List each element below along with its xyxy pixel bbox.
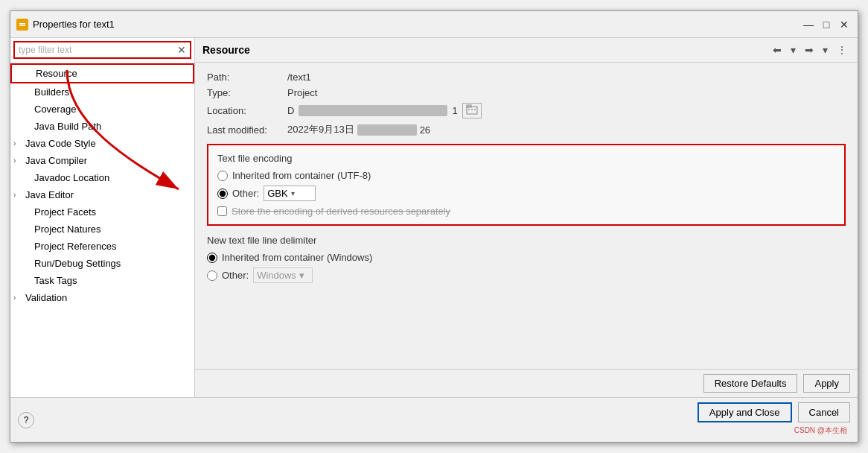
path-value: /text1 (287, 72, 311, 83)
search-bar: ✕ (13, 41, 191, 59)
dialog-bottom-bar: ? Apply and Close Cancel CSDN @本生相 (10, 397, 858, 442)
title-bar: Properties for text1 — □ ✕ (10, 11, 858, 38)
dialog-title: Properties for text1 (33, 19, 797, 30)
sidebar-item-java-editor[interactable]: › Java Editor (10, 186, 194, 203)
help-button[interactable]: ? (18, 412, 34, 428)
type-row: Type: Project (207, 87, 846, 98)
back-dropdown-button[interactable]: ▾ (788, 42, 799, 57)
maximize-button[interactable]: □ (819, 17, 834, 32)
cancel-button[interactable]: Cancel (798, 402, 850, 422)
dialog-icon (16, 19, 28, 31)
location-value-row: D 1 (287, 103, 482, 118)
svg-rect-7 (474, 109, 476, 110)
last-modified-value-row: 2022年9月13日 26 (287, 123, 430, 136)
svg-rect-2 (19, 25, 25, 26)
more-button[interactable]: ⋮ (834, 42, 850, 57)
inherited-delimiter-radio[interactable] (207, 253, 217, 263)
main-panel: Resource ⬅ ▾ ➡ ▾ ⋮ Path: /text1 Type: (195, 38, 858, 397)
sidebar-item-resource[interactable]: Resource (10, 63, 194, 83)
other-delimiter-label[interactable]: Other: (222, 270, 249, 281)
sidebar-item-javadoc-location[interactable]: Javadoc Location (10, 169, 194, 186)
location-label: Location: (207, 105, 281, 116)
sidebar-list: Resource Builders Coverage Java Build Pa… (10, 62, 194, 397)
delimiter-section-title: New text file line delimiter (207, 235, 846, 246)
other-encoding-radio[interactable] (217, 189, 228, 199)
header-actions: ⬅ ▾ ➡ ▾ ⋮ (770, 42, 850, 57)
encoding-section-title: Text file encoding (217, 153, 835, 164)
dropdown-arrow-icon: ▾ (291, 189, 295, 197)
sidebar-item-label: Java Build Path (34, 121, 101, 132)
location-prefix: D (287, 105, 294, 116)
last-modified-row: Last modified: 2022年9月13日 26 (207, 123, 846, 136)
location-suffix: 1 (452, 105, 457, 116)
sidebar-item-label: Task Tags (34, 275, 77, 286)
sidebar-item-label: Project Natures (34, 224, 101, 235)
type-label: Type: (207, 87, 281, 98)
main-header: Resource ⬅ ▾ ➡ ▾ ⋮ (195, 38, 858, 63)
main-panel-title: Resource (202, 44, 250, 56)
other-delimiter-radio[interactable] (207, 270, 217, 281)
store-encoding-label[interactable]: Store the encoding of derived resources … (232, 206, 450, 217)
delimiter-dropdown[interactable]: Windows ▾ (253, 267, 313, 283)
restore-defaults-button[interactable]: Restore Defaults (703, 374, 798, 393)
other-encoding-row: Other: GBK ▾ (217, 186, 835, 201)
forward-dropdown-button[interactable]: ▾ (820, 42, 831, 57)
back-button[interactable]: ⬅ (770, 42, 785, 57)
sidebar-item-project-natures[interactable]: Project Natures (10, 221, 194, 238)
svg-rect-1 (19, 23, 25, 25)
svg-rect-6 (471, 109, 473, 110)
sidebar-item-java-compiler[interactable]: › Java Compiler (10, 152, 194, 169)
sidebar: ✕ Resource Builders Coverage (10, 38, 195, 397)
delimiter-dropdown-arrow-icon: ▾ (299, 270, 304, 281)
search-input[interactable] (15, 42, 173, 57)
inherited-encoding-label[interactable]: Inherited from container (UTF-8) (232, 170, 371, 181)
type-value: Project (287, 87, 317, 98)
dialog-body: ✕ Resource Builders Coverage (10, 38, 858, 397)
sidebar-item-label: Resource (36, 68, 77, 79)
inherited-encoding-radio[interactable] (217, 171, 228, 181)
location-browse-button[interactable] (462, 103, 482, 118)
store-encoding-checkbox[interactable] (217, 206, 227, 216)
sidebar-item-label: Builders (34, 86, 69, 98)
minimize-button[interactable]: — (801, 17, 816, 32)
chevron-right-icon: › (13, 191, 22, 199)
sidebar-item-java-code-style[interactable]: › Java Code Style (10, 135, 194, 152)
watermark-text: CSDN @本生相 (791, 424, 850, 437)
other-encoding-label[interactable]: Other: (232, 188, 259, 199)
apply-button[interactable]: Apply (803, 374, 850, 393)
search-clear-button[interactable]: ✕ (173, 42, 190, 57)
encoding-value: GBK (267, 188, 287, 199)
inherited-delimiter-label[interactable]: Inherited from container (Windows) (222, 252, 372, 263)
sidebar-item-task-tags[interactable]: Task Tags (10, 272, 194, 289)
svg-rect-5 (468, 109, 470, 110)
sidebar-item-label: Coverage (34, 104, 76, 115)
sidebar-item-project-references[interactable]: Project References (10, 238, 194, 255)
sidebar-item-label: Run/Debug Settings (34, 258, 121, 269)
sidebar-item-label: Java Compiler (25, 155, 87, 166)
inherited-encoding-row: Inherited from container (UTF-8) (217, 170, 835, 181)
close-button[interactable]: ✕ (837, 17, 852, 32)
sidebar-item-project-facets[interactable]: Project Facets (10, 203, 194, 221)
main-footer: Restore Defaults Apply (195, 369, 858, 397)
path-row: Path: /text1 (207, 72, 846, 83)
forward-button[interactable]: ➡ (802, 42, 817, 57)
delimiter-section: New text file line delimiter Inherited f… (207, 235, 846, 283)
sidebar-item-label: Javadoc Location (34, 172, 109, 183)
sidebar-item-label: Java Code Style (25, 138, 96, 149)
location-blurred (299, 105, 447, 116)
inherited-delimiter-row: Inherited from container (Windows) (207, 252, 846, 263)
apply-and-close-button[interactable]: Apply and Close (698, 402, 792, 422)
sidebar-item-label: Project References (34, 241, 117, 252)
chevron-right-icon: › (13, 294, 22, 302)
sidebar-item-coverage[interactable]: Coverage (10, 101, 194, 118)
sidebar-item-label: Java Editor (25, 189, 74, 200)
other-delimiter-row: Other: Windows ▾ (207, 267, 846, 283)
sidebar-item-builders[interactable]: Builders (10, 83, 194, 101)
sidebar-item-validation[interactable]: › Validation (10, 289, 194, 306)
last-modified-label: Last modified: (207, 124, 281, 136)
sidebar-item-java-build-path[interactable]: Java Build Path (10, 118, 194, 135)
encoding-dropdown[interactable]: GBK ▾ (264, 186, 316, 201)
main-content: Path: /text1 Type: Project Location: D (195, 63, 858, 369)
sidebar-item-label: Project Facets (34, 206, 96, 218)
sidebar-item-run-debug-settings[interactable]: Run/Debug Settings (10, 255, 194, 272)
